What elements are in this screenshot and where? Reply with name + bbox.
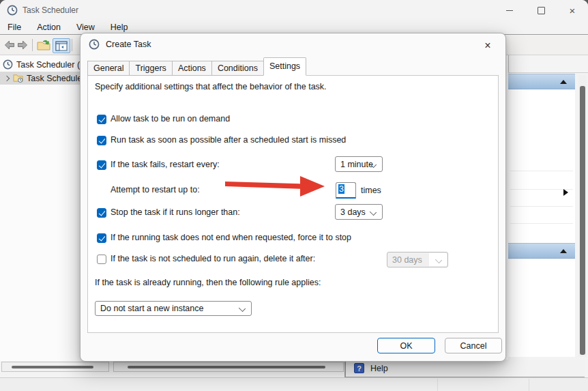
collapse-icon[interactable] xyxy=(560,80,567,84)
help-row[interactable]: ? Help xyxy=(344,360,585,377)
close-button[interactable]: × xyxy=(557,0,588,20)
red-arrow-annotation xyxy=(224,172,327,199)
forward-button[interactable] xyxy=(16,38,29,52)
expand-chevron-icon[interactable] xyxy=(4,75,10,81)
tab-actions[interactable]: Actions xyxy=(172,61,212,76)
settings-description: Specify additional settings that affect … xyxy=(95,82,327,91)
tab-general[interactable]: General xyxy=(87,61,130,76)
vertical-scrollbar-thumb[interactable] xyxy=(580,86,585,355)
list-separator xyxy=(510,171,573,171)
forward-icon xyxy=(17,40,28,50)
help-label: Help xyxy=(370,364,388,373)
dialog-title: Create Task xyxy=(106,40,151,49)
clock-icon xyxy=(89,39,100,50)
collapse-icon[interactable] xyxy=(560,249,567,253)
times-suffix-label: times xyxy=(361,186,381,195)
back-button[interactable] xyxy=(3,38,16,52)
actions-pane-list xyxy=(508,259,575,357)
console-view-button[interactable] xyxy=(53,38,70,53)
run-missed-start-label[interactable]: Run task as soon as possible after a sch… xyxy=(111,135,346,145)
restart-attempts-label: Attempt to restart up to: xyxy=(111,185,200,194)
restart-count-input[interactable]: 3 xyxy=(336,182,356,199)
stop-duration-dropdown[interactable]: 3 days xyxy=(335,204,383,220)
tab-settings[interactable]: Settings xyxy=(263,57,306,76)
scrollbar-thumb[interactable] xyxy=(128,366,325,368)
list-horizontal-scrollbar[interactable] xyxy=(113,362,344,372)
clock-icon xyxy=(7,5,18,16)
title-bar: Task Scheduler × xyxy=(0,0,588,20)
delete-task-label[interactable]: If the task is not scheduled to run agai… xyxy=(111,254,315,263)
allow-on-demand-checkbox[interactable] xyxy=(97,115,106,124)
force-stop-checkbox[interactable] xyxy=(97,233,106,243)
allow-on-demand-label[interactable]: Allow task to be run on demand xyxy=(111,114,230,124)
minimize-icon xyxy=(506,10,513,11)
menu-action[interactable]: Action xyxy=(35,23,63,32)
maximize-button[interactable] xyxy=(525,0,557,20)
tree-item-label: Task Scheduler (L xyxy=(16,60,85,70)
chevron-down-icon xyxy=(370,209,377,216)
minimize-button[interactable] xyxy=(494,0,525,20)
dialog-close-button[interactable]: × xyxy=(478,38,497,54)
stop-if-longer-label[interactable]: Stop the task if it runs longer than: xyxy=(111,207,240,217)
menu-file[interactable]: File xyxy=(5,23,23,32)
console-window-icon xyxy=(55,41,68,51)
actions-pane-top xyxy=(508,55,588,73)
instance-rule-dropdown[interactable]: Do not start a new instance xyxy=(95,301,252,316)
restart-on-failure-label[interactable]: If the task fails, restart every: xyxy=(111,160,220,169)
tree-horizontal-scrollbar[interactable] xyxy=(1,362,109,372)
close-icon: × xyxy=(570,5,576,16)
actions-pane-header xyxy=(508,74,575,89)
ok-button[interactable]: OK xyxy=(377,338,435,353)
settings-tab-page: Specify additional settings that affect … xyxy=(87,75,499,333)
delete-task-checkbox[interactable] xyxy=(97,255,106,264)
help-icon: ? xyxy=(354,363,364,373)
open-folder-icon xyxy=(37,40,50,51)
restart-on-failure-checkbox[interactable] xyxy=(97,160,106,170)
chevron-down-icon xyxy=(239,305,246,312)
scrollbar-thumb[interactable] xyxy=(12,366,93,368)
clock-icon xyxy=(3,59,13,70)
delete-after-dropdown: 30 days xyxy=(387,252,448,267)
close-icon: × xyxy=(484,40,490,52)
list-separator xyxy=(510,206,573,207)
task-scheduler-window: Task Scheduler × File Action View Help xyxy=(0,0,588,391)
status-separator xyxy=(529,379,529,391)
selected-text: 3 xyxy=(338,184,344,194)
actions-pane-header xyxy=(508,243,575,259)
folder-clock-icon xyxy=(13,73,23,83)
maximize-icon xyxy=(538,7,545,14)
list-separator xyxy=(510,223,573,224)
run-missed-start-checkbox[interactable] xyxy=(97,136,106,145)
toolbar-separator xyxy=(32,39,33,51)
cancel-button[interactable]: Cancel xyxy=(445,338,502,353)
restart-interval-dropdown[interactable]: 1 minute xyxy=(335,156,383,172)
window-title: Task Scheduler xyxy=(23,5,78,15)
open-folder-button[interactable] xyxy=(36,38,51,52)
status-bar xyxy=(0,377,588,391)
back-icon xyxy=(4,40,15,50)
tab-strip: General Triggers Actions Conditions Sett… xyxy=(87,58,306,76)
toolbar-separator xyxy=(72,39,72,51)
tab-conditions[interactable]: Conditions xyxy=(211,61,264,76)
submenu-arrow-icon[interactable] xyxy=(563,189,568,196)
tree-item-label: Task Schedule xyxy=(27,74,82,83)
tab-triggers[interactable]: Triggers xyxy=(129,61,172,76)
menu-help[interactable]: Help xyxy=(108,23,130,32)
menu-view[interactable]: View xyxy=(74,23,97,32)
stop-if-longer-checkbox[interactable] xyxy=(97,208,106,218)
already-running-label: If the task is already running, then the… xyxy=(95,278,321,287)
status-separator xyxy=(437,379,438,391)
actions-pane-list xyxy=(508,89,575,243)
force-stop-label[interactable]: If the running task does not end when re… xyxy=(111,233,351,242)
